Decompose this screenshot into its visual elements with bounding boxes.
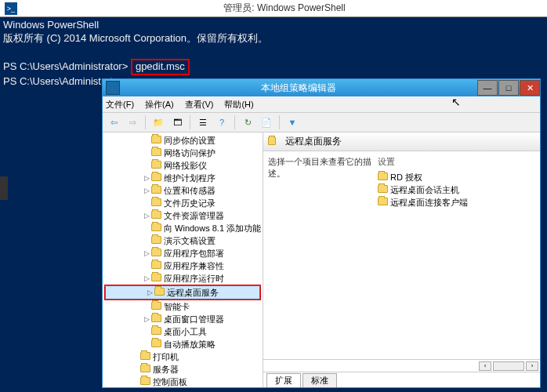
minimize-button[interactable]: — xyxy=(477,80,498,96)
tree-item[interactable]: 打印机 xyxy=(103,350,263,363)
tab-extended[interactable]: 扩展 xyxy=(266,373,301,387)
menu-action[interactable]: 操作(A) xyxy=(145,99,174,111)
folder-icon xyxy=(151,223,162,233)
tree-item-label: 网络访问保护 xyxy=(164,147,216,159)
tree-item-label: 远程桌面服务 xyxy=(167,287,219,299)
folder-icon xyxy=(151,198,162,208)
menu-bar: 文件(F) 操作(A) 查看(V) 帮助(H) xyxy=(103,96,540,112)
folder-icon xyxy=(140,365,151,374)
tree-item[interactable]: 自动播放策略 xyxy=(103,338,263,350)
list-item-label: RD 授权 xyxy=(390,172,422,183)
forward-button[interactable]: ⇨ xyxy=(125,114,140,130)
expand-icon[interactable]: ▷ xyxy=(142,212,151,220)
folder-icon xyxy=(151,339,162,349)
ps-line: Windows PowerShell xyxy=(3,19,99,31)
folder-icon xyxy=(151,314,162,324)
ps-line: 版权所有 (C) 2014 Microsoft Corporation。保留所有… xyxy=(3,32,268,44)
details-tabs: 扩展 标准 xyxy=(263,372,540,387)
folder-icon xyxy=(140,377,151,387)
folder-icon xyxy=(151,173,162,183)
tree-item-label: 文件资源管理器 xyxy=(164,210,224,222)
scroll-left-button[interactable]: ‹ xyxy=(479,361,491,371)
list-item-label: 远程桌面连接客户端 xyxy=(390,197,468,209)
tree-item-label: 服务器 xyxy=(153,364,179,376)
properties-button[interactable]: 🗔 xyxy=(169,114,185,130)
column-header-setting[interactable]: 设置 xyxy=(378,156,535,168)
tree-item[interactable]: 演示文稿设置 xyxy=(103,234,263,247)
folder-icon xyxy=(151,302,162,311)
details-pane: 远程桌面服务 选择一个项目来查看它的描述。 设置 RD 授权远程桌面会话主机远程… xyxy=(263,132,540,387)
details-header-text: 远程桌面服务 xyxy=(285,135,342,148)
tree-item[interactable]: ▷位置和传感器 xyxy=(103,184,263,197)
tree-item[interactable]: 网络访问保护 xyxy=(103,147,263,159)
folder-icon xyxy=(378,185,389,194)
refresh-button[interactable]: ↻ xyxy=(240,114,255,130)
details-header: 远程桌面服务 xyxy=(263,132,540,151)
tree-item-label: 桌面小工具 xyxy=(164,326,207,338)
tree-item[interactable]: 同步你的设置 xyxy=(103,134,263,147)
folder-icon xyxy=(151,186,162,195)
folder-icon xyxy=(151,274,162,283)
filter-button[interactable]: ▼ xyxy=(284,114,300,130)
help-button[interactable]: ? xyxy=(214,114,230,130)
tree-item[interactable]: ▷应用程序包部署 xyxy=(103,247,263,260)
tree-item[interactable]: 控制面板 xyxy=(103,376,263,387)
horizontal-scrollbar[interactable]: ‹ › xyxy=(263,359,540,372)
tree-item[interactable]: 服务器 xyxy=(103,363,263,376)
tree-item[interactable]: ▷应用程序运行时 xyxy=(103,272,263,285)
tree-item[interactable]: 桌面小工具 xyxy=(103,325,263,338)
scroll-thumb[interactable] xyxy=(493,361,524,371)
folder-icon xyxy=(151,261,162,270)
folder-icon xyxy=(151,236,162,245)
menu-file[interactable]: 文件(F) xyxy=(106,99,134,111)
tree-pane[interactable]: 同步你的设置网络访问保护网络投影仪▷维护计划程序▷位置和传感器文件历史记录▷文件… xyxy=(103,132,263,387)
up-button[interactable]: 📁 xyxy=(150,114,166,130)
tree-item[interactable]: ▷桌面窗口管理器 xyxy=(103,313,263,325)
system-menu-icon[interactable] xyxy=(106,81,120,95)
left-edge-marker xyxy=(0,176,8,200)
gpedit-window: 本地组策略编辑器 — □ ✕ 文件(F) 操作(A) 查看(V) 帮助(H) ⇦… xyxy=(102,78,541,388)
expand-icon[interactable]: ▷ xyxy=(142,174,151,182)
ps-title-text: 管理员: Windows PowerShell xyxy=(22,2,547,15)
ps-titlebar[interactable]: >_ 管理员: Windows PowerShell xyxy=(0,0,547,17)
toolbar-separator xyxy=(279,115,280,129)
folder-icon xyxy=(151,136,162,145)
tree-item[interactable]: 智能卡 xyxy=(103,300,263,313)
menu-view[interactable]: 查看(V) xyxy=(185,99,214,111)
mmc-titlebar[interactable]: 本地组策略编辑器 — □ ✕ xyxy=(103,79,540,96)
tree-item[interactable]: 向 Windows 8.1 添加功能 xyxy=(103,222,263,234)
expand-icon[interactable]: ▷ xyxy=(142,274,151,282)
toolbar-separator xyxy=(234,115,235,129)
toolbar-separator xyxy=(145,115,146,129)
toolbar-separator xyxy=(190,115,190,129)
tree-item-label: 位置和传感器 xyxy=(164,185,216,197)
maximize-button[interactable]: □ xyxy=(498,80,519,96)
tree-item-label: 应用程序运行时 xyxy=(164,273,224,285)
list-item[interactable]: 远程桌面连接客户端 xyxy=(378,196,535,209)
list-item[interactable]: 远程桌面会话主机 xyxy=(378,183,535,196)
powershell-window: >_ 管理员: Windows PowerShell Windows Power… xyxy=(0,0,547,89)
tree-item-label: 同步你的设置 xyxy=(164,135,216,147)
list-item[interactable]: RD 授权 xyxy=(378,171,535,183)
tree-item[interactable]: 文件历史记录 xyxy=(103,197,263,209)
back-button[interactable]: ⇦ xyxy=(106,114,121,130)
list-button[interactable]: ☰ xyxy=(195,114,211,130)
export-button[interactable]: 📄 xyxy=(259,114,274,130)
tree-item[interactable]: ▷维护计划程序 xyxy=(103,172,263,184)
expand-icon[interactable]: ▷ xyxy=(145,289,154,296)
tree-item[interactable]: ▷文件资源管理器 xyxy=(103,209,263,222)
menu-help[interactable]: 帮助(H) xyxy=(224,99,253,111)
tree-item[interactable]: 网络投影仪 xyxy=(103,159,263,172)
folder-icon xyxy=(268,137,279,147)
tree-item[interactable]: ▷远程桌面服务 xyxy=(106,286,259,299)
close-button[interactable]: ✕ xyxy=(520,80,540,96)
list-item-label: 远程桌面会话主机 xyxy=(390,184,459,196)
expand-icon[interactable]: ▷ xyxy=(142,315,151,323)
expand-icon[interactable]: ▷ xyxy=(142,187,151,194)
tree-item[interactable]: 应用程序兼容性 xyxy=(103,260,263,272)
scroll-right-button[interactable]: › xyxy=(526,361,538,371)
mmc-title: 本地组策略编辑器 xyxy=(120,82,476,95)
tab-standard[interactable]: 标准 xyxy=(302,373,337,387)
expand-icon[interactable]: ▷ xyxy=(142,249,151,257)
folder-icon xyxy=(151,148,162,158)
